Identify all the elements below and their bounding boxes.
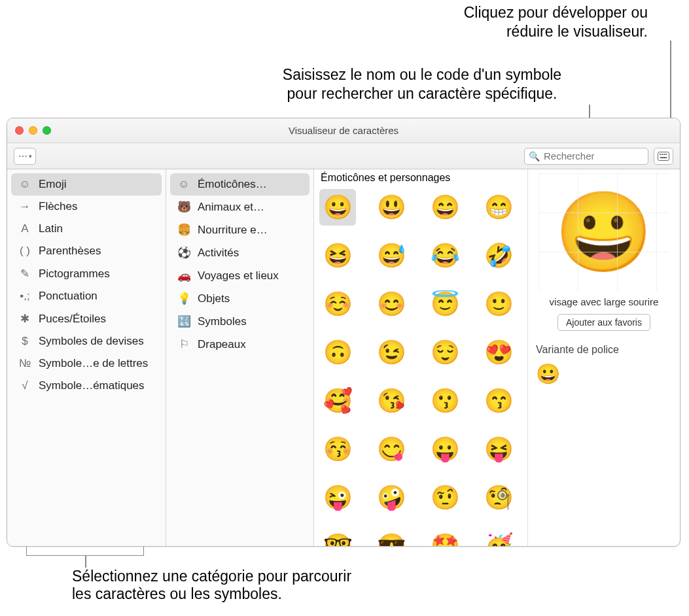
- character-grid: 😀😃😄😁😆😅😂🤣☺️😊😇🙂🙃😉😌😍🥰😘😗😙😚😋😛😝😜🤪🤨🧐🤓😎🤩🥳😏😒😞😔: [314, 189, 527, 546]
- detail-pane: 😀 visage avec large sourire Ajouter aux …: [528, 169, 680, 546]
- category-list: ☺Emoji→FlèchesALatin( )Parenthèses✎Picto…: [7, 169, 166, 546]
- category-item[interactable]: ✎Pictogrammes: [11, 262, 162, 285]
- zoom-button[interactable]: [43, 126, 51, 135]
- category-label: Symbole…e de lettres: [39, 357, 148, 370]
- category-icon: →: [18, 200, 32, 213]
- emoji-cell[interactable]: 🙂: [480, 286, 517, 322]
- callout-leader: [85, 556, 86, 568]
- category-item[interactable]: ✱Puces/Étoiles: [11, 307, 162, 330]
- svg-rect-5: [660, 157, 667, 158]
- emoji-cell[interactable]: 😗: [427, 383, 463, 419]
- toggle-viewer-button[interactable]: [654, 148, 673, 165]
- subcategory-item[interactable]: ⚐Drapeaux: [170, 333, 309, 356]
- subcategory-item[interactable]: 🚗Voyages et lieux: [170, 264, 309, 287]
- emoji-cell[interactable]: 😛: [427, 431, 463, 468]
- emoji-cell[interactable]: 🤩: [427, 528, 463, 546]
- emoji-cell[interactable]: 😚: [319, 431, 356, 468]
- character-grid-pane: Émoticônes et personnages 😀😃😄😁😆😅😂🤣☺️😊😇🙂🙃…: [314, 169, 528, 546]
- svg-rect-2: [662, 154, 663, 155]
- subcategory-item[interactable]: ☺Émoticônes…: [170, 173, 309, 196]
- emoji-cell[interactable]: 😊: [373, 286, 410, 322]
- subcategory-list: ☺Émoticônes…🐻Animaux et…🍔Nourriture e…⚽A…: [166, 169, 314, 546]
- category-item[interactable]: √Symbole…ématiques: [11, 375, 162, 397]
- emoji-cell[interactable]: 😄: [427, 189, 463, 226]
- close-button[interactable]: [15, 126, 24, 135]
- emoji-cell[interactable]: 😅: [373, 237, 410, 274]
- subcategory-item[interactable]: 💡Objets: [170, 287, 309, 310]
- subcategory-label: Nourriture e…: [198, 224, 268, 237]
- category-item[interactable]: $Symboles de devises: [11, 330, 162, 352]
- subcategory-label: Animaux et…: [198, 201, 264, 214]
- options-menu-button[interactable]: ⋯ ▾: [14, 148, 36, 165]
- search-input[interactable]: [542, 150, 669, 162]
- emoji-cell[interactable]: 😍: [480, 334, 517, 371]
- titlebar: Visualiseur de caractères: [7, 118, 680, 143]
- subcategory-item[interactable]: 🔣Symboles: [170, 310, 309, 333]
- emoji-cell[interactable]: 🥰: [319, 383, 356, 419]
- emoji-cell[interactable]: 🤣: [480, 237, 517, 274]
- emoji-cell[interactable]: ☺️: [319, 286, 356, 322]
- category-label: Emoji: [39, 178, 67, 191]
- emoji-cell[interactable]: 😘: [373, 383, 410, 419]
- search-icon: 🔍: [529, 151, 540, 162]
- emoji-cell[interactable]: 😋: [373, 431, 410, 468]
- emoji-cell[interactable]: 😜: [319, 479, 356, 516]
- emoji-cell[interactable]: 🤨: [427, 479, 463, 516]
- emoji-cell[interactable]: 😎: [373, 528, 410, 546]
- callout-text: réduire le visualiseur.: [506, 23, 648, 40]
- preview-grid-bg: [539, 173, 669, 291]
- category-item[interactable]: •,;Ponctuation: [11, 285, 162, 307]
- callout-text: Saisissez le nom ou le code d'un symbole: [283, 66, 561, 83]
- font-variant-glyph[interactable]: 😀: [536, 362, 672, 385]
- emoji-cell[interactable]: 😝: [480, 431, 517, 468]
- category-item[interactable]: →Flèches: [11, 196, 162, 218]
- category-icon: $: [18, 335, 32, 348]
- category-item[interactable]: №Symbole…e de lettres: [11, 352, 162, 375]
- emoji-cell[interactable]: 🧐: [480, 479, 517, 516]
- category-label: Symbole…ématiques: [39, 379, 145, 392]
- emoji-cell[interactable]: 😉: [373, 334, 410, 371]
- subcategory-icon: ⚽: [177, 246, 191, 260]
- subcategory-item[interactable]: 🐻Animaux et…: [170, 196, 309, 218]
- minimize-button[interactable]: [29, 126, 37, 135]
- category-label: Parenthèses: [39, 245, 101, 258]
- category-item[interactable]: ALatin: [11, 218, 162, 240]
- category-icon: ✎: [18, 267, 32, 281]
- callout-text: les caractères ou les symboles.: [72, 585, 282, 602]
- category-icon: №: [18, 357, 32, 370]
- category-item[interactable]: ( )Parenthèses: [11, 240, 162, 262]
- emoji-cell[interactable]: 😀: [319, 189, 356, 226]
- subcategory-icon: ⚐: [177, 337, 191, 351]
- window-title: Visualiseur de caractères: [7, 125, 680, 136]
- category-item[interactable]: ☺Emoji: [11, 173, 162, 196]
- subcategory-icon: 🍔: [177, 223, 191, 237]
- emoji-cell[interactable]: 😆: [319, 237, 356, 274]
- emoji-cell[interactable]: 😇: [427, 286, 463, 322]
- toolbar: ⋯ ▾ 🔍: [7, 143, 680, 169]
- subcategory-icon: 🔣: [177, 315, 191, 328]
- emoji-cell[interactable]: 😁: [480, 189, 517, 226]
- callout-text: Cliquez pour développer ou: [464, 4, 648, 21]
- dots-icon: ⋯: [18, 151, 27, 162]
- emoji-cell[interactable]: 🤪: [373, 479, 410, 516]
- emoji-cell[interactable]: 😙: [480, 383, 517, 419]
- subcategory-icon: 🚗: [177, 269, 191, 282]
- emoji-cell[interactable]: 😂: [427, 237, 463, 274]
- emoji-cell[interactable]: 😃: [373, 189, 410, 226]
- category-label: Flèches: [39, 200, 78, 213]
- emoji-cell[interactable]: 🙃: [319, 334, 356, 371]
- category-label: Puces/Étoiles: [39, 313, 106, 326]
- font-variant-label: Variante de police: [536, 344, 672, 356]
- subcategory-label: Voyages et lieux: [198, 269, 279, 282]
- character-name: visage avec large sourire: [536, 296, 672, 307]
- search-field[interactable]: 🔍: [524, 148, 648, 165]
- emoji-cell[interactable]: 🤓: [319, 528, 356, 546]
- subcategory-item[interactable]: 🍔Nourriture e…: [170, 218, 309, 241]
- subcategory-item[interactable]: ⚽Activités: [170, 241, 309, 264]
- subcategory-icon: 🐻: [177, 200, 191, 214]
- add-to-favorites-button[interactable]: Ajouter aux favoris: [557, 314, 650, 331]
- category-label: Pictogrammes: [39, 267, 110, 281]
- emoji-cell[interactable]: 🥳: [480, 528, 517, 546]
- emoji-cell[interactable]: 😌: [427, 334, 463, 371]
- callout-bracket: [26, 547, 144, 556]
